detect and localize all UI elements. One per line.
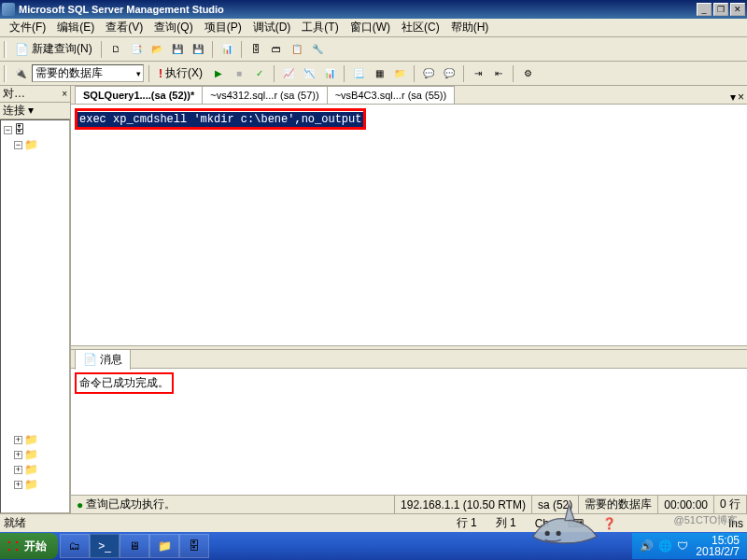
new-item-button[interactable]: 📑 (127, 40, 146, 59)
menu-query[interactable]: 查询(Q) (148, 18, 198, 37)
menu-tools[interactable]: 工具(T) (296, 18, 344, 37)
tab-sqlquery1[interactable]: SQLQuery1....(sa (52))* (75, 86, 203, 104)
registered-servers-button[interactable]: 🗄 (247, 40, 265, 59)
tree-root[interactable]: − 🗄 (3, 122, 67, 137)
menu-file[interactable]: 文件(F) (4, 18, 51, 37)
expand-icon[interactable]: + (14, 466, 22, 474)
taskbar-ssms[interactable]: 🗄 (179, 534, 209, 558)
maximize-button[interactable]: ❐ (713, 3, 728, 16)
parse-button[interactable]: ✓ (250, 64, 269, 83)
object-tree[interactable]: − 🗄 − 📁 +📁 +📁 +📁 +📁 (0, 119, 70, 513)
status-time: 00:00:00 (658, 496, 714, 513)
properties-button[interactable]: 🔧 (308, 40, 327, 59)
save-button[interactable]: 💾 (168, 40, 187, 59)
template-explorer-button[interactable]: 📋 (288, 40, 306, 59)
taskbar-explorer[interactable]: 🗂 (60, 534, 90, 558)
tab-vs4312[interactable]: ~vs4312.sql...r (sa (57)) (202, 86, 327, 104)
messages-tab[interactable]: 📄 消息 (75, 349, 131, 370)
new-file-button[interactable]: 🗋 (106, 40, 125, 59)
expand-icon[interactable]: + (14, 481, 22, 489)
connect-bar[interactable]: 连接 ▾ (0, 103, 70, 119)
close-button[interactable]: ✕ (730, 3, 745, 16)
folder-icon: 📁 (24, 478, 37, 491)
display-plan-button[interactable]: 📈 (279, 64, 298, 83)
change-connection-button[interactable]: 🔌 (11, 64, 30, 83)
comment-button[interactable]: 💬 (419, 64, 438, 83)
client-stats-button[interactable]: 📊 (320, 64, 339, 83)
tree-item[interactable]: +📁 (3, 462, 67, 477)
tree-item[interactable]: +📁 (3, 477, 67, 492)
message-icon: 📄 (83, 353, 97, 366)
minimize-button[interactable]: _ (697, 3, 712, 16)
system-tray[interactable]: 🔊 🌐 🛡 15:05 2018/2/7 (632, 533, 747, 559)
expand-icon[interactable]: + (14, 436, 22, 444)
tree-item[interactable]: +📁 (3, 447, 67, 462)
debug-button[interactable]: ▶ (209, 64, 228, 83)
collapse-icon[interactable]: − (4, 126, 12, 134)
menu-help[interactable]: 帮助(H) (445, 18, 495, 37)
messages-panel: 📄 消息 命令已成功完成。 (71, 350, 747, 495)
stop-button[interactable]: ■ (230, 64, 248, 83)
code-line-1[interactable]: exec xp_cmdshell 'mkdir c:\bene',no_outp… (78, 112, 363, 127)
menu-project[interactable]: 项目(P) (199, 18, 247, 37)
menu-edit[interactable]: 编辑(E) (51, 18, 100, 37)
menu-community[interactable]: 社区(C) (396, 18, 445, 37)
tab-vsb4c3[interactable]: ~vsB4C3.sql...r (sa (55)) (327, 86, 456, 104)
exclaim-icon: ! (159, 67, 162, 80)
outdent-button[interactable]: ⇤ (489, 64, 508, 83)
check-icon: ● (77, 498, 83, 511)
specify-values-button[interactable]: ⚙ (518, 64, 537, 83)
object-explorer-button[interactable]: 🗃 (267, 40, 286, 59)
start-button[interactable]: 开始 (0, 533, 58, 559)
include-plan-button[interactable]: 📉 (300, 64, 318, 83)
collapse-icon[interactable]: − (14, 141, 22, 149)
result-tabs: 📄 消息 (71, 350, 747, 369)
new-query-icon: 📄 (15, 43, 29, 56)
messages-content[interactable]: 命令已成功完成。 (71, 369, 747, 495)
new-query-button[interactable]: 📄 新建查询(N) (11, 40, 96, 59)
toolbar-main: 📄 新建查询(N) 🗋 📑 📂 💾 💾 📊 🗄 🗃 📋 🔧 (0, 37, 747, 62)
tab-close-icon[interactable]: × (738, 91, 744, 104)
success-message: 命令已成功完成。 (79, 376, 169, 389)
open-button[interactable]: 📂 (148, 40, 166, 59)
tray-icon-2[interactable]: 🌐 (658, 539, 671, 553)
tray-icon-1[interactable]: 🔊 (640, 539, 653, 553)
play-icon: ▶ (215, 68, 222, 78)
taskbar-powershell[interactable]: >_ (90, 534, 120, 558)
menu-view[interactable]: 查看(V) (100, 18, 148, 37)
tray-icon-3[interactable]: 🛡 (677, 539, 690, 553)
toolbar-sql: 🔌 需要的数据库 ! 执行(X) ▶ ■ ✓ 📈 📉 📊 📃 ▦ 📁 💬 💬 ⇥… (0, 62, 747, 86)
results-file-button[interactable]: 📁 (390, 64, 409, 83)
status-ready: 就绪 (4, 515, 26, 531)
panel-close-icon[interactable]: × (62, 89, 67, 99)
content-area: SQLQuery1....(sa (52))* ~vs4312.sql...r … (71, 86, 747, 513)
tab-dropdown-icon[interactable]: ▾ (730, 91, 736, 104)
taskbar-folder[interactable]: 📁 (149, 534, 179, 558)
database-combo[interactable]: 需要的数据库 (32, 64, 144, 82)
toolbar-grip (4, 41, 7, 58)
help-icon[interactable]: ❓ (602, 517, 616, 530)
execute-button[interactable]: ! 执行(X) (154, 64, 207, 83)
activity-monitor-button[interactable]: 📊 (218, 40, 236, 59)
server-icon: 🗄 (14, 123, 27, 136)
app-icon (2, 3, 15, 16)
indent-button[interactable]: ⇥ (469, 64, 487, 83)
ime-icon[interactable]: ⌨ (568, 517, 584, 530)
sql-editor[interactable]: exec xp_cmdshell 'mkdir c:\bene',no_outp… (71, 105, 747, 345)
highlight-annotation: exec xp_cmdshell 'mkdir c:\bene',no_outp… (75, 108, 366, 130)
tree-databases[interactable]: − 📁 (3, 137, 67, 152)
results-grid-button[interactable]: ▦ (370, 64, 388, 83)
tray-date: 2018/2/7 (696, 546, 740, 557)
save-all-button[interactable]: 💾 (189, 40, 207, 59)
tree-item[interactable]: +📁 (3, 432, 67, 447)
menu-debug[interactable]: 调试(D) (247, 18, 297, 37)
expand-icon[interactable]: + (14, 451, 22, 459)
results-text-button[interactable]: 📃 (349, 64, 368, 83)
menu-window[interactable]: 窗口(W) (345, 18, 396, 37)
statusbar: 就绪 行 1 列 1 Ch ⌨ ❓ Ins (0, 513, 747, 532)
taskbar: 开始 🗂 >_ 🖥 📁 🗄 🔊 🌐 🛡 15:05 2018/2/7 (0, 532, 747, 560)
toolbar-grip-2 (4, 65, 7, 82)
uncomment-button[interactable]: 💬 (440, 64, 458, 83)
taskbar-server-manager[interactable]: 🖥 (120, 534, 149, 558)
folder-icon: 📁 (24, 448, 37, 461)
